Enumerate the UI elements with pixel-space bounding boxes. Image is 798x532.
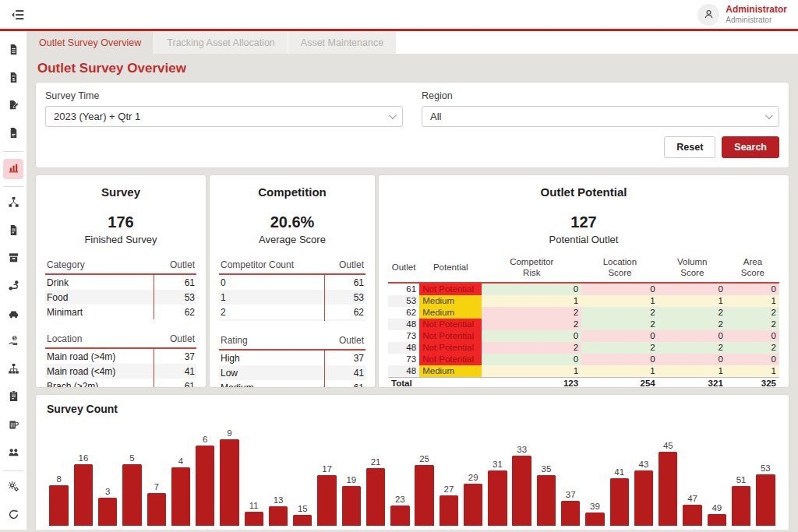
score-cell: 2 bbox=[726, 319, 779, 330]
bar-value-label: 4 bbox=[178, 456, 183, 466]
table-cell-value: 41 bbox=[154, 364, 196, 379]
tab-outlet-survey-overview[interactable]: Outlet Survey Overview bbox=[26, 31, 154, 54]
sidebar-item-file[interactable] bbox=[3, 125, 23, 145]
sidebar-item-archive-box[interactable] bbox=[3, 249, 23, 270]
user-menu[interactable]: Administrator Administrator bbox=[697, 4, 787, 26]
bar[interactable] bbox=[147, 493, 166, 526]
bar-value-label: 31 bbox=[493, 460, 503, 469]
sidebar-item-chart-column[interactable] bbox=[3, 159, 23, 179]
bar[interactable] bbox=[464, 484, 482, 526]
bar[interactable] bbox=[561, 501, 580, 526]
sidebar-item-file-edit[interactable] bbox=[3, 97, 23, 117]
bar[interactable] bbox=[366, 468, 385, 526]
table-row: Medium61 bbox=[219, 380, 365, 387]
sidebar-item-car[interactable] bbox=[3, 305, 23, 325]
sidebar-item-network[interactable] bbox=[3, 194, 23, 214]
bar[interactable] bbox=[269, 506, 288, 526]
bar-value-label: 53 bbox=[761, 463, 771, 473]
bar[interactable] bbox=[634, 470, 653, 526]
sidebar-item-file-invoice-dollar[interactable]: $ bbox=[3, 69, 23, 90]
sidebar-item-hand-dollar[interactable]: $ bbox=[3, 333, 23, 353]
region-select[interactable]: All bbox=[422, 106, 779, 127]
bar[interactable] bbox=[122, 464, 141, 526]
sidebar-item-clipboard[interactable] bbox=[3, 388, 23, 408]
bar-slot: 432024-09-25 bbox=[631, 423, 655, 526]
bar[interactable] bbox=[74, 464, 93, 526]
competitor-count-table[interactable]: Competitor CountOutlet061153262348 bbox=[219, 257, 365, 321]
bar[interactable] bbox=[512, 456, 531, 526]
file-invoice-dollar-icon: $ bbox=[8, 72, 19, 86]
bar[interactable] bbox=[683, 505, 701, 526]
mug-icon bbox=[8, 418, 19, 433]
sidebar-item-mug[interactable] bbox=[3, 416, 23, 436]
bar[interactable] bbox=[171, 467, 190, 526]
bar[interactable] bbox=[756, 474, 775, 526]
tab-asset-maintenance[interactable]: Asset Maintenance bbox=[288, 31, 396, 54]
bar[interactable] bbox=[342, 486, 361, 526]
score-cell: 1 bbox=[581, 365, 659, 378]
outlet-cell: 73 bbox=[388, 330, 419, 342]
table-row: 73Not Potential0000 bbox=[388, 354, 779, 365]
bar-value-label: 43 bbox=[639, 460, 649, 469]
bar-slot: 372024-09-22 bbox=[559, 423, 583, 526]
bar-chart: 82024-09-01162024-09-0232024-09-0352024-… bbox=[47, 423, 778, 526]
sidebar-item-sync[interactable] bbox=[3, 506, 23, 526]
bar[interactable] bbox=[488, 470, 507, 526]
bar[interactable] bbox=[220, 439, 238, 526]
bar-slot: 112024-09-09 bbox=[242, 423, 266, 526]
reset-button[interactable]: Reset bbox=[664, 136, 715, 158]
chevron-down-icon bbox=[765, 111, 773, 119]
tab-tracking-asset-allocation[interactable]: Tracking Asset Allocation bbox=[154, 31, 288, 54]
table-header-row: RatingOutlet bbox=[219, 333, 365, 350]
bar[interactable] bbox=[390, 506, 409, 526]
bar-slot: 312024-09-19 bbox=[486, 423, 510, 526]
sidebar-item-users[interactable] bbox=[3, 443, 23, 463]
outlet-potential-title: Outlet Potential bbox=[388, 185, 779, 199]
sidebar-toggle-icon[interactable] bbox=[11, 7, 26, 23]
bar-value-label: 9 bbox=[227, 428, 231, 438]
search-button[interactable]: Search bbox=[722, 136, 779, 158]
mini-table-head: CategoryOutlet bbox=[45, 257, 196, 274]
bar[interactable] bbox=[585, 513, 604, 526]
gears-icon bbox=[8, 481, 19, 495]
bar-value-label: 23 bbox=[395, 495, 405, 504]
table-row: 262 bbox=[219, 305, 365, 319]
score-cell: 0 bbox=[726, 354, 779, 365]
table-row: Minimart62 bbox=[45, 305, 196, 319]
sidebar-item-file-lines[interactable] bbox=[3, 41, 23, 62]
score-cell: 0 bbox=[659, 330, 726, 342]
bar[interactable] bbox=[659, 452, 677, 526]
sidebar-item-route[interactable] bbox=[3, 277, 23, 298]
potential-status-badge: Not Potential bbox=[419, 330, 482, 342]
score-cell: 2 bbox=[726, 307, 779, 319]
table-row: 348 bbox=[219, 319, 365, 321]
bar[interactable] bbox=[196, 446, 214, 526]
bar[interactable] bbox=[293, 515, 312, 526]
bar[interactable] bbox=[245, 512, 263, 526]
sidebar-item-file-report[interactable] bbox=[3, 222, 23, 242]
table-row: 73Not Potential0000 bbox=[388, 330, 779, 342]
bar[interactable] bbox=[49, 485, 68, 526]
bar[interactable] bbox=[732, 486, 750, 526]
bar[interactable] bbox=[317, 475, 336, 526]
table-cell-label: 0 bbox=[219, 274, 324, 290]
table-cell-value: 41 bbox=[324, 365, 365, 380]
sidebar-item-sitemap[interactable] bbox=[3, 361, 23, 381]
bar[interactable] bbox=[610, 478, 629, 526]
potential-status-badge: Medium bbox=[419, 365, 482, 378]
score-cell: 2 bbox=[581, 319, 659, 330]
bar[interactable] bbox=[440, 495, 458, 526]
potential-status-badge: Not Potential bbox=[419, 283, 482, 295]
bar[interactable] bbox=[537, 475, 556, 526]
bar[interactable] bbox=[708, 514, 726, 526]
bar-slot: 512024-09-29 bbox=[729, 423, 753, 526]
sidebar-divider bbox=[3, 151, 23, 152]
bar[interactable] bbox=[415, 465, 433, 526]
column-header: Competitor Count bbox=[219, 257, 324, 274]
table-total-row: Total123254321325 bbox=[388, 377, 779, 387]
sidebar-item-gears[interactable] bbox=[3, 478, 23, 499]
bar-slot: 492024-09-28 bbox=[704, 423, 729, 526]
survey-time-select[interactable]: 2023 (Year) + Qtr 1 bbox=[45, 106, 403, 127]
bar-value-label: 45 bbox=[663, 441, 673, 450]
bar[interactable] bbox=[98, 498, 117, 526]
